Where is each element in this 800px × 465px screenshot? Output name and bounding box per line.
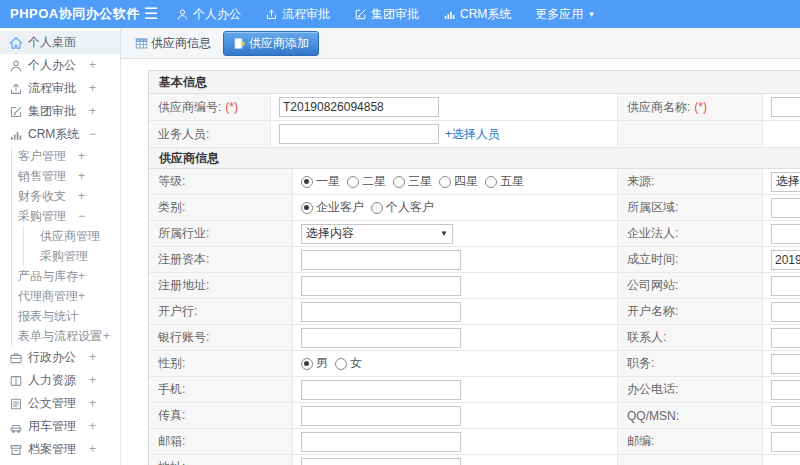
field-cell <box>763 195 800 221</box>
supplier-name-input[interactable] <box>771 97 800 117</box>
plus-icon[interactable]: + <box>103 326 110 346</box>
region-input[interactable] <box>771 198 800 218</box>
radio-icon[interactable] <box>301 358 313 370</box>
plus-icon[interactable]: + <box>89 369 96 392</box>
plus-icon[interactable]: + <box>89 392 96 415</box>
field-cell <box>763 403 800 429</box>
website-input[interactable] <box>771 276 800 296</box>
top-nav-group-approval[interactable]: 集团审批 <box>354 6 419 23</box>
sidebar-item-personal-office[interactable]: 个人办公+ <box>0 54 120 77</box>
radio-icon[interactable] <box>371 202 383 214</box>
office-phone-input[interactable] <box>771 380 800 400</box>
account-name-input[interactable] <box>771 302 800 322</box>
qq-msn-input[interactable] <box>771 406 800 426</box>
minus-icon[interactable]: − <box>78 206 85 226</box>
sidebar-item-admin-office[interactable]: 行政办公+ <box>0 346 120 369</box>
plus-icon[interactable]: + <box>89 54 96 77</box>
registered-address-input[interactable] <box>301 276 461 296</box>
address-input[interactable] <box>301 458 461 465</box>
radio-icon[interactable] <box>393 176 405 188</box>
sidebar-item-crm-system[interactable]: CRM系统− <box>0 123 120 146</box>
postcode-input[interactable] <box>771 432 800 452</box>
field-label: 注册资本: <box>149 247 293 273</box>
sidebar-item-supplier-mgmt[interactable]: 供应商管理 <box>24 226 120 246</box>
level-radios-option-2[interactable]: 三星 <box>393 173 432 190</box>
plus-icon[interactable]: + <box>78 266 85 286</box>
field-label: 注册地址: <box>149 273 293 299</box>
sidebar-item-reports-stats[interactable]: 报表与统计 <box>12 306 120 326</box>
field-label-text: 业务人员: <box>158 126 209 143</box>
app-logo: PHPOA协同办公软件 <box>0 5 140 23</box>
radio-label: 女 <box>350 355 362 372</box>
sidebar-item-procurement-mgmt[interactable]: 采购管理 <box>24 246 120 266</box>
plus-icon[interactable]: + <box>89 415 96 438</box>
category-radios-option-0[interactable]: 企业客户 <box>301 199 364 216</box>
radio-icon[interactable] <box>347 176 359 188</box>
field-label-text: 性别: <box>158 355 185 372</box>
source-select[interactable]: 选择内容▼ <box>771 172 800 192</box>
top-nav-label: 个人办公 <box>193 6 241 23</box>
level-radios-option-4[interactable]: 五星 <box>485 173 524 190</box>
sidebar-item-customer-mgmt[interactable]: 客户管理+ <box>12 146 120 166</box>
radio-icon[interactable] <box>485 176 497 188</box>
plus-icon[interactable]: + <box>89 77 96 100</box>
fax-input[interactable] <box>301 406 461 426</box>
industry-select[interactable]: 选择内容▼ <box>301 224 453 244</box>
plus-icon[interactable]: + <box>89 100 96 123</box>
plus-icon[interactable]: + <box>89 438 96 461</box>
business-staff-input[interactable] <box>279 124 439 144</box>
field-label-text: 邮箱: <box>158 433 185 450</box>
level-radios-option-1[interactable]: 二星 <box>347 173 386 190</box>
sidebar-item-doc-mgmt[interactable]: 公文管理+ <box>0 392 120 415</box>
gender-radios-option-0[interactable]: 男 <box>301 355 328 372</box>
level-radios-option-0[interactable]: 一星 <box>301 173 340 190</box>
choose-staff-link[interactable]: +选择人员 <box>445 126 500 143</box>
radio-icon[interactable] <box>301 176 313 188</box>
plus-icon[interactable]: + <box>78 186 85 206</box>
top-nav-flow-approval[interactable]: 流程审批 <box>265 6 330 23</box>
sidebar-item-label: 档案管理 <box>28 441 76 458</box>
gender-radios-option-1[interactable]: 女 <box>335 355 362 372</box>
sidebar-item-personal-desktop[interactable]: 个人桌面 <box>0 31 120 54</box>
field-label: QQ/MSN: <box>618 403 763 429</box>
bank-account-input[interactable] <box>301 328 461 348</box>
radio-icon[interactable] <box>439 176 451 188</box>
level-radios-option-3[interactable]: 四星 <box>439 173 478 190</box>
plus-icon[interactable]: + <box>89 346 96 369</box>
sidebar-item-sales-mgmt[interactable]: 销售管理+ <box>12 166 120 186</box>
sidebar-item-archive-mgmt[interactable]: 档案管理+ <box>0 438 120 461</box>
sidebar-item-human-resources[interactable]: 人力资源+ <box>0 369 120 392</box>
sidebar-item-purchase-mgmt[interactable]: 采购管理− <box>12 206 120 226</box>
radio-icon[interactable] <box>301 202 313 214</box>
sidebar-item-form-flow-settings[interactable]: 表单与流程设置+ <box>12 326 120 346</box>
minus-icon[interactable]: − <box>89 123 96 146</box>
menu-toggle-icon[interactable]: ☰ <box>140 0 162 28</box>
supplier-code-input[interactable] <box>279 97 439 117</box>
registered-capital-input[interactable] <box>301 250 461 270</box>
sidebar-item-product-inventory[interactable]: 产品与库存+ <box>12 266 120 286</box>
top-nav-personal-office[interactable]: 个人办公 <box>176 6 241 23</box>
field-label: 性别: <box>149 351 293 377</box>
category-radios-option-1[interactable]: 个人客户 <box>371 199 434 216</box>
sidebar-item-vehicle-mgmt[interactable]: 用车管理+ <box>0 415 120 438</box>
plus-icon[interactable]: + <box>78 166 85 186</box>
plus-icon[interactable]: + <box>78 286 85 306</box>
radio-icon[interactable] <box>335 358 347 370</box>
sidebar-item-flow-approval[interactable]: 流程审批+ <box>0 77 120 100</box>
legal-person-input[interactable] <box>771 224 800 244</box>
bank-branch-input[interactable] <box>301 302 461 322</box>
email-input[interactable] <box>301 432 461 452</box>
supplier-info-tab[interactable]: 供应商信息 <box>131 32 215 55</box>
top-nav-more-apps[interactable]: 更多应用▾ <box>535 6 594 23</box>
sidebar-item-agent-mgmt[interactable]: 代理商管理+ <box>12 286 120 306</box>
mobile-input[interactable] <box>301 380 461 400</box>
founded-date-input[interactable] <box>771 250 800 270</box>
supplier-add-tab[interactable]: 供应商添加 <box>223 31 319 56</box>
contact-person-input[interactable] <box>771 328 800 348</box>
sidebar-item-label: 供应商管理 <box>40 228 100 245</box>
position-input[interactable] <box>771 354 800 374</box>
top-nav-crm-system[interactable]: CRM系统 <box>443 6 511 23</box>
sidebar-item-finance-io[interactable]: 财务收支+ <box>12 186 120 206</box>
sidebar-item-group-approval[interactable]: 集团审批+ <box>0 100 120 123</box>
plus-icon[interactable]: + <box>78 146 85 166</box>
